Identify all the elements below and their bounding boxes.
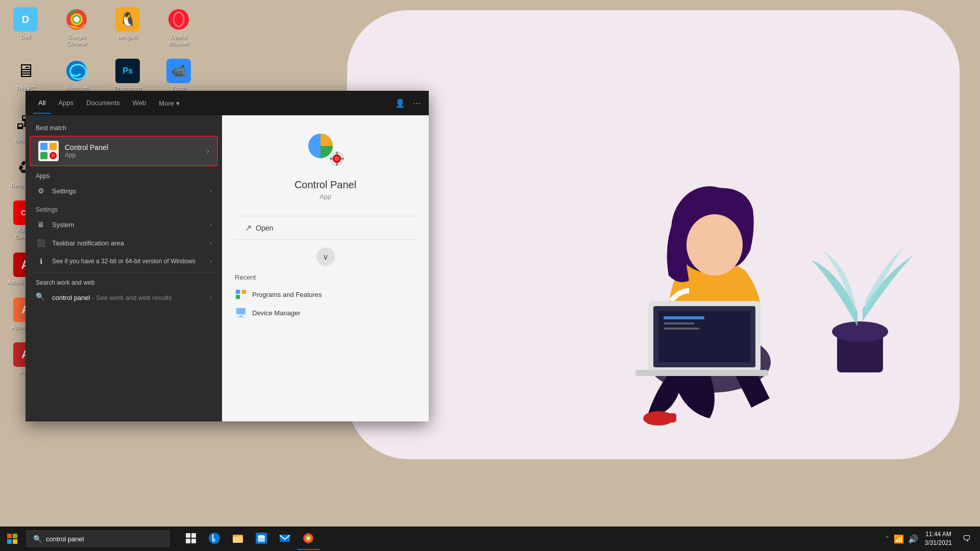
- search-subtext: - See work and web results: [92, 294, 172, 302]
- tab-apps[interactable]: Apps: [53, 93, 79, 114]
- recent-label: Recent: [235, 273, 416, 281]
- volume-icon[interactable]: 🔊: [908, 534, 918, 544]
- search-tabs: All Apps Documents Web More ▾ 👤 ⋯: [26, 91, 429, 115]
- svg-rect-32: [336, 152, 338, 155]
- taskbar-arrow: ›: [210, 239, 212, 246]
- desktop: D Dell Google Chrome 🐧 penguin Opera Bro…: [0, 0, 980, 551]
- svg-rect-42: [236, 308, 246, 314]
- recent-section: Recent Programs and Features: [235, 273, 416, 322]
- tab-more[interactable]: More ▾: [154, 93, 184, 113]
- programs-label: Programs and Features: [252, 291, 322, 298]
- svg-rect-22: [40, 143, 47, 150]
- illustration-svg: [352, 15, 965, 449]
- search-web-item[interactable]: 🔍 control panel - See work and web resul…: [26, 288, 222, 307]
- search-web-label: Search work and web: [26, 275, 222, 288]
- taskbar-explorer[interactable]: [227, 528, 249, 550]
- ellipsis-icon[interactable]: ⋯: [413, 98, 421, 108]
- svg-rect-13: [664, 328, 699, 330]
- clock[interactable]: 11:44 AM 3/31/2021: [921, 529, 956, 548]
- network-icon[interactable]: 📶: [894, 534, 904, 544]
- control-panel-small-icon: [38, 141, 59, 161]
- menu-item-system[interactable]: 🖥 System ›: [26, 215, 222, 234]
- system-arrow: ›: [210, 221, 212, 228]
- settings-label: Settings: [52, 187, 210, 195]
- svg-point-26: [51, 154, 55, 158]
- open-label: Open: [256, 224, 273, 232]
- taskbar-chrome[interactable]: [297, 528, 320, 550]
- best-match-item[interactable]: Control Panel App ›: [30, 136, 218, 166]
- person-icon[interactable]: 👤: [395, 98, 405, 108]
- svg-rect-45: [7, 534, 12, 538]
- best-match-name: Control Panel: [65, 143, 207, 152]
- start-button[interactable]: [0, 527, 24, 551]
- open-button[interactable]: ↗ Open: [235, 219, 416, 237]
- tab-documents[interactable]: Documents: [81, 93, 125, 114]
- desktop-icon-penguin[interactable]: 🐧 penguin: [107, 5, 148, 49]
- svg-rect-34: [330, 158, 333, 160]
- svg-point-31: [334, 156, 339, 161]
- best-match-label: Best match: [26, 120, 222, 134]
- svg-rect-56: [233, 535, 237, 537]
- device-manager-icon: [235, 307, 247, 319]
- desktop-icon-opera[interactable]: Opera Browser: [158, 5, 199, 49]
- taskbar-store[interactable]: [250, 528, 273, 550]
- svg-rect-52: [191, 539, 196, 543]
- taskbar-search-icon: 🔍: [33, 535, 42, 543]
- svg-rect-51: [186, 539, 190, 543]
- svg-rect-44: [237, 317, 244, 317]
- best-match-type: App: [65, 152, 207, 159]
- desktop-icon-dell[interactable]: D Dell: [5, 5, 46, 49]
- app-large-name: Control Panel: [295, 179, 356, 191]
- sys-tray: ⌃ 📶 🔊: [885, 534, 918, 544]
- taskbar-bing[interactable]: [203, 528, 226, 550]
- right-panel: Control Panel App ↗ Open ∨ Recent: [222, 115, 429, 421]
- desktop-icon-chrome[interactable]: Google Chrome: [56, 5, 97, 49]
- svg-rect-9: [635, 370, 768, 376]
- svg-rect-39: [236, 295, 240, 299]
- svg-rect-43: [239, 315, 242, 317]
- svg-rect-33: [336, 163, 338, 166]
- svg-rect-58: [258, 538, 265, 542]
- apps-label: Apps: [26, 168, 222, 182]
- left-panel: Best match Control Panel: [26, 115, 222, 421]
- search-web-arrow: ›: [210, 294, 212, 301]
- svg-point-6: [687, 214, 743, 276]
- search-web-text: control panel - See work and web results: [52, 294, 210, 302]
- svg-rect-11: [664, 316, 704, 319]
- best-match-text: Control Panel App: [65, 143, 207, 159]
- svg-rect-37: [236, 290, 240, 294]
- svg-rect-38: [242, 290, 246, 294]
- tab-all[interactable]: All: [33, 93, 51, 114]
- svg-point-63: [307, 537, 310, 540]
- search-query: control panel: [52, 294, 90, 302]
- best-match-arrow: ›: [207, 147, 209, 155]
- notification-button[interactable]: 🗨: [959, 528, 975, 550]
- bitversion-label: See if you have a 32-bit or 64-bit versi…: [52, 258, 210, 265]
- svg-rect-59: [280, 535, 290, 542]
- up-arrow-icon[interactable]: ⌃: [885, 535, 890, 542]
- settings-section-label: Settings: [26, 200, 222, 215]
- taskbar-mail[interactable]: [274, 528, 296, 550]
- search-box[interactable]: 🔍: [27, 531, 169, 547]
- menu-item-settings[interactable]: ⚙ Settings ›: [26, 182, 222, 200]
- recent-item-programs[interactable]: Programs and Features: [235, 285, 416, 304]
- svg-rect-12: [664, 322, 694, 324]
- svg-rect-47: [7, 539, 12, 544]
- svg-rect-4: [646, 413, 676, 422]
- expand-button[interactable]: ∨: [316, 247, 335, 266]
- taskbar-search-input[interactable]: [46, 535, 163, 543]
- taskbar-label: Taskbar notification area: [52, 239, 210, 247]
- taskbar-right: ⌃ 📶 🔊 11:44 AM 3/31/2021 🗨: [885, 528, 980, 550]
- taskbar-task-view[interactable]: [180, 528, 202, 550]
- search-web-icon: 🔍: [36, 292, 46, 303]
- start-menu: All Apps Documents Web More ▾ 👤 ⋯ Best m…: [26, 91, 429, 421]
- menu-item-taskbar[interactable]: ⬛ Taskbar notification area ›: [26, 234, 222, 252]
- svg-point-17: [74, 16, 80, 22]
- svg-rect-49: [186, 533, 190, 538]
- menu-item-bitversion[interactable]: ℹ See if you have a 32-bit or 64-bit ver…: [26, 252, 222, 270]
- taskbar-center: [180, 528, 320, 550]
- recent-item-device-manager[interactable]: Device Manager: [235, 304, 416, 322]
- svg-rect-55: [233, 536, 243, 543]
- tab-web[interactable]: Web: [128, 93, 152, 114]
- divider: [33, 272, 214, 273]
